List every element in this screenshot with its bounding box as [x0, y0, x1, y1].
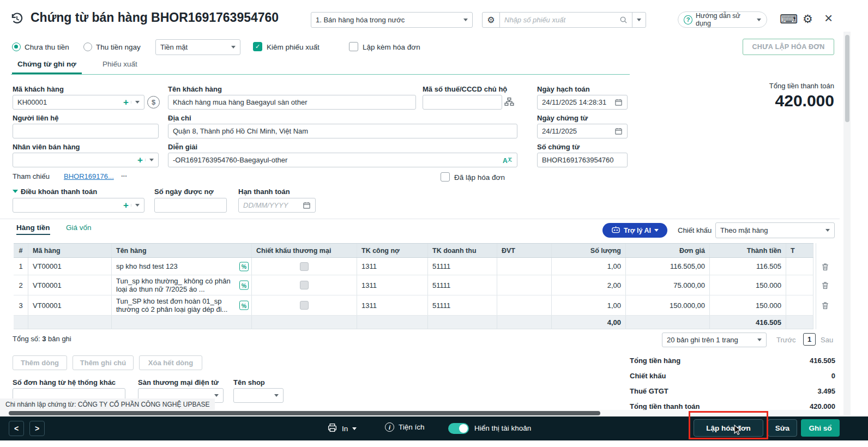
percent-icon[interactable]: %: [239, 301, 249, 310]
chevron-down-icon[interactable]: [131, 101, 140, 104]
col-tk-doanh-thu[interactable]: TK doanh thu: [428, 244, 497, 257]
org-lookup-icon[interactable]: [504, 97, 514, 109]
cell-don-gia[interactable]: 75.000,00: [626, 275, 710, 295]
cell-thanh-tien[interactable]: 116.505: [710, 258, 786, 275]
tab-hang-tien[interactable]: Hàng tiền: [16, 224, 50, 235]
discount-checkbox[interactable]: [300, 301, 309, 310]
cell-so-luong[interactable]: 1,00: [552, 258, 626, 275]
doc-type-select[interactable]: 1. Bán hàng hóa trong nước: [311, 12, 473, 28]
tham-chieu-link[interactable]: BHOR169176...: [64, 172, 114, 180]
cell-ma-hang[interactable]: VT00001: [28, 258, 112, 275]
cell-ma-hang[interactable]: VT00001: [28, 275, 112, 295]
so-chung-tu-input[interactable]: BHOR1691763954760: [537, 153, 628, 167]
col-dvt[interactable]: ĐVT: [497, 244, 552, 257]
history-icon[interactable]: [10, 11, 24, 28]
ngay-chung-tu-input[interactable]: 24/11/2025: [537, 124, 628, 138]
pager-page[interactable]: 1: [803, 333, 816, 346]
pager-next[interactable]: Sau: [821, 336, 833, 344]
col-partial[interactable]: T: [786, 244, 813, 257]
chevron-down-icon[interactable]: [145, 159, 154, 161]
collapse-icon[interactable]: [13, 190, 18, 193]
cell-ten-hang[interactable]: Tun_SP kho test đơn hoàn 01_sp thường có…: [112, 295, 252, 315]
plus-icon[interactable]: +: [135, 155, 145, 165]
chiet-khau-select[interactable]: Theo mặt hàng: [715, 222, 835, 238]
cell-tk-cong-no[interactable]: 1311: [357, 275, 428, 295]
page-size-select[interactable]: 20 bản ghi trên 1 trang: [662, 333, 767, 347]
prev-document-button[interactable]: <: [9, 421, 24, 436]
translate-icon[interactable]: A: [499, 156, 513, 164]
cell-thanh-tien[interactable]: 150.000: [710, 295, 786, 315]
table-row[interactable]: 1 VT00001 sp kho hsd test 123 % 1311 511…: [14, 258, 813, 275]
col-thanh-tien[interactable]: Thành tiền: [710, 244, 786, 257]
checkbox-da-lap-hoa-don[interactable]: [441, 172, 450, 182]
gear-icon[interactable]: ⚙: [803, 13, 813, 25]
tab-phieu-xuat[interactable]: Phiếu xuất: [97, 57, 143, 74]
cell-tk-doanh-thu[interactable]: 51111: [428, 275, 497, 295]
col-ten-hang[interactable]: Tên hàng: [112, 244, 252, 257]
sua-button[interactable]: Sửa: [768, 419, 797, 437]
close-icon[interactable]: ×: [824, 11, 833, 25]
col-stt[interactable]: #: [14, 244, 28, 257]
dien-giai-input[interactable]: -OR1691763954760-Baegayul-other A: [168, 153, 517, 167]
utility-button[interactable]: i Tiện ích: [385, 422, 425, 432]
ma-khach-hang-input[interactable]: KH00001 +: [13, 95, 144, 110]
calendar-icon[interactable]: [611, 127, 623, 135]
search-input[interactable]: [499, 12, 632, 28]
horizontal-scrollbar-thumb[interactable]: [9, 411, 600, 415]
cell-ck-tm[interactable]: [252, 258, 357, 275]
ma-so-thue-input[interactable]: [423, 95, 502, 110]
vertical-scrollbar[interactable]: [843, 32, 851, 416]
table-row[interactable]: 2 VT00001 Tun_sp kho thường_ không có ph…: [14, 275, 813, 295]
percent-icon[interactable]: %: [239, 262, 249, 271]
discount-checkbox[interactable]: [300, 262, 309, 271]
chevron-down-icon[interactable]: [131, 204, 140, 207]
print-button[interactable]: In: [327, 422, 357, 435]
ngay-hach-toan-input[interactable]: 24/11/2025 14:28:31: [537, 95, 628, 110]
ghi-so-button[interactable]: Ghi sổ: [801, 419, 840, 437]
cell-dvt[interactable]: [497, 258, 552, 275]
plus-icon[interactable]: +: [121, 201, 131, 210]
cell-so-luong[interactable]: 1,00: [552, 295, 626, 315]
show-account-toggle[interactable]: [448, 423, 469, 434]
tab-chung-tu-ghi-no[interactable]: Chứng từ ghi nợ: [12, 57, 82, 74]
nhan-vien-ban-hang-input[interactable]: +: [13, 153, 159, 167]
calendar-icon[interactable]: [299, 201, 311, 209]
percent-icon[interactable]: %: [239, 281, 249, 290]
col-don-gia[interactable]: Đơn giá: [626, 244, 710, 257]
calendar-icon[interactable]: [611, 98, 623, 106]
ai-assistant-button[interactable]: Trợ lý AI: [602, 223, 667, 238]
cell-thanh-tien[interactable]: 150.000: [710, 275, 786, 295]
trash-icon[interactable]: [821, 262, 830, 274]
xoa-het-dong-button[interactable]: Xóa hết dòng: [139, 355, 202, 370]
dia-chi-input[interactable]: Quận 8, Thành phố Hồ Chí Minh, Việt Nam: [168, 124, 517, 138]
them-ghi-chu-button[interactable]: Thêm ghi chú: [73, 355, 134, 370]
dollar-icon[interactable]: $: [147, 96, 160, 108]
so-ngay-no-input[interactable]: [154, 198, 227, 213]
cell-dvt[interactable]: [497, 275, 552, 295]
vertical-scrollbar-thumb[interactable]: [845, 35, 849, 122]
cell-ten-hang[interactable]: sp kho hsd test 123 %: [112, 258, 252, 275]
help-button[interactable]: ? Hướng dẫn sử dụng: [678, 11, 767, 28]
cell-dvt[interactable]: [497, 295, 552, 315]
cell-tk-cong-no[interactable]: 1311: [357, 258, 428, 275]
trash-icon[interactable]: [821, 281, 830, 292]
table-row[interactable]: 3 VT00001 Tun_SP kho test đơn hoàn 01_sp…: [14, 295, 813, 316]
han-thanh-toan-input[interactable]: DD/MM/YYYY: [238, 198, 316, 213]
keyboard-icon[interactable]: ⌨: [780, 13, 798, 26]
cell-ck-tm[interactable]: [252, 295, 357, 315]
cell-don-gia[interactable]: 150.000,00: [626, 295, 710, 315]
tab-gia-von[interactable]: Giá vốn: [66, 224, 92, 232]
cell-ma-hang[interactable]: VT00001: [28, 295, 112, 315]
ten-khach-hang-input[interactable]: Khách hàng mua hàng Baegayul sàn other: [168, 95, 416, 110]
them-dong-button[interactable]: Thêm dòng: [13, 355, 67, 370]
search-icon[interactable]: [619, 16, 628, 26]
more-icon[interactable]: ...: [121, 170, 127, 178]
cell-tk-doanh-thu[interactable]: 51111: [428, 258, 497, 275]
ten-shop-select[interactable]: [233, 388, 284, 403]
radio-thu-tien-ngay[interactable]: [83, 43, 92, 51]
nguoi-lien-he-input[interactable]: [13, 124, 159, 138]
cell-tk-cong-no[interactable]: 1311: [357, 295, 428, 315]
discount-checkbox[interactable]: [300, 281, 309, 289]
search-dropdown-button[interactable]: [632, 12, 646, 28]
radio-chua-thu-tien[interactable]: [12, 43, 21, 51]
